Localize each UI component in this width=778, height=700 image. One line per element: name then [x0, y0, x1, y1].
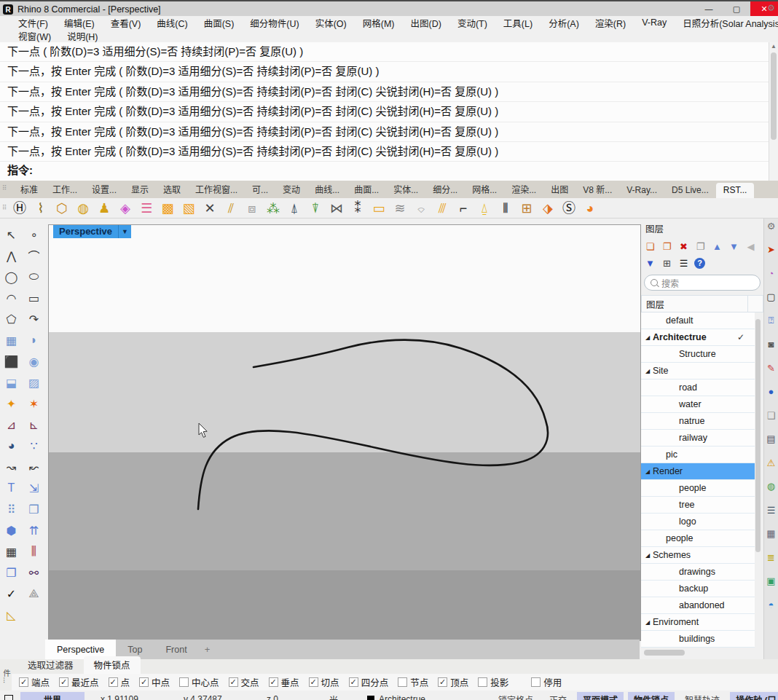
checkbox[interactable]	[109, 677, 118, 687]
menu-item[interactable]: 变动(T)	[449, 16, 495, 30]
checkbox[interactable]	[59, 677, 68, 687]
menu-item[interactable]: 说明(H)	[59, 29, 106, 43]
toolbar-tab[interactable]: 可...	[245, 181, 275, 198]
circle-icon[interactable]: ◯	[3, 270, 20, 284]
duplicate-layer-icon[interactable]: ❐	[694, 240, 707, 252]
menu-item[interactable]: 文件(F)	[10, 16, 56, 30]
curve-intersect-icon[interactable]: ✕	[202, 200, 218, 216]
boolean-icon[interactable]: ✦	[3, 396, 20, 411]
viewport-title-tab[interactable]: Perspective ▼	[53, 225, 131, 238]
viewport-dropdown-icon[interactable]: ▼	[118, 225, 131, 238]
display-monitor-icon[interactable]: ▢	[765, 291, 777, 303]
escalator-icon[interactable]: ⫻	[434, 200, 450, 216]
toolbar-tab[interactable]: 标准	[13, 181, 45, 198]
layer-row[interactable]: people	[641, 530, 755, 547]
layer-row[interactable]: buildings	[641, 631, 755, 648]
add-viewport-icon[interactable]: +	[199, 640, 216, 659]
osnap-toggle[interactable]: 交点	[229, 675, 259, 689]
menu-item[interactable]: 曲线(C)	[149, 16, 195, 30]
filter-tab[interactable]: 物件锁点	[84, 656, 141, 674]
checkbox[interactable]	[19, 677, 28, 687]
layer-row[interactable]: ◢ Enviroment	[641, 614, 755, 631]
status-toggle[interactable]: 操作轴 (口	[730, 692, 778, 700]
viewport-title[interactable]: Perspective	[53, 225, 118, 238]
layer-name[interactable]: Schemes	[653, 550, 691, 560]
layer-name[interactable]: railway	[679, 433, 707, 443]
cplane-icon[interactable]	[4, 695, 13, 700]
status-toggle[interactable]: 锁定格点	[492, 692, 539, 700]
status-toggle[interactable]: 物件锁点	[628, 692, 675, 700]
layer-name[interactable]: backup	[679, 583, 708, 594]
help-icon[interactable]: ?	[694, 258, 705, 269]
scroll-up-icon[interactable]: ▲	[769, 42, 778, 51]
layer-name[interactable]: Architectrue	[653, 332, 707, 342]
scrollbar-thumb[interactable]	[644, 650, 685, 656]
layer-row[interactable]: ◢ Render	[641, 463, 755, 480]
arc-icon[interactable]: ◠	[3, 291, 20, 305]
warning-icon[interactable]: ⚠	[765, 457, 777, 468]
adjust-curve-icon[interactable]: ↝	[3, 460, 20, 474]
curve-icon[interactable]: ⌒	[25, 248, 43, 263]
boolean-union-icon[interactable]: ◕	[3, 439, 20, 453]
picket-fence-icon[interactable]: ⫴	[498, 200, 514, 216]
grid-array-icon[interactable]: ▦	[3, 544, 20, 559]
box-icon[interactable]: ⬛	[3, 354, 20, 369]
box-panel-icon[interactable]: ❑	[765, 409, 777, 421]
control-points-curve-icon[interactable]: ⌇	[33, 200, 49, 216]
sweep-icon[interactable]: ◺	[3, 607, 20, 622]
layer-row[interactable]: pic	[641, 447, 755, 463]
toolbar-tab[interactable]: 渲染...	[504, 181, 543, 198]
vegetation-icon[interactable]: ⁂	[265, 200, 281, 216]
active-layer-name[interactable]: Architectrue	[379, 694, 425, 700]
checkbox[interactable]	[438, 677, 447, 687]
layer-row[interactable]: backup	[641, 581, 755, 597]
tasks-icon[interactable]: ≣	[765, 551, 777, 563]
filter-tab[interactable]: 选取过滤器	[17, 656, 84, 674]
select-pointer-icon[interactable]: ↖	[3, 227, 20, 242]
units-label[interactable]: 米	[329, 693, 338, 700]
minimize-button[interactable]: —	[695, 1, 723, 16]
new-layer-icon[interactable]: ❏	[644, 240, 656, 252]
people-icon[interactable]: ⁑	[350, 200, 366, 216]
layer-row[interactable]: drawings	[641, 564, 755, 581]
linear-array-icon[interactable]: ⫼	[25, 544, 43, 559]
split-icon[interactable]: ⊾	[25, 417, 43, 432]
window-grid-icon[interactable]: ▦	[765, 528, 777, 540]
menu-item[interactable]: V-Ray	[634, 17, 675, 28]
camera-icon[interactable]: ◙	[765, 339, 777, 350]
layer-row[interactable]: default	[641, 312, 755, 329]
scrollbar-thumb[interactable]	[771, 52, 777, 140]
osnap-toggle[interactable]: 垂点	[269, 675, 299, 689]
layer-row[interactable]: ◢ Architectrue ✓	[641, 329, 755, 346]
checkbox[interactable]	[179, 677, 189, 687]
menu-item[interactable]: 实体(O)	[307, 16, 355, 30]
h-display-icon[interactable]: Ⓗ	[12, 200, 28, 216]
menu-icon[interactable]: ☰	[677, 257, 690, 269]
move-icon[interactable]: ⇲	[25, 481, 43, 495]
osnap-toggle[interactable]: 中点	[139, 675, 170, 689]
fillet-curve-icon[interactable]: ↷	[25, 312, 43, 326]
layers-horizontal-scrollbar[interactable]	[644, 650, 753, 656]
ramp-icon[interactable]: ⫽	[223, 200, 239, 216]
status-toggle[interactable]: 平面模式	[577, 692, 624, 700]
ellipse-icon[interactable]: ⬭	[25, 270, 43, 284]
toolbar-tab[interactable]: 设置...	[85, 181, 124, 198]
menu-item[interactable]: 日照分析(Solar Analysis)	[675, 16, 778, 30]
move-up-icon[interactable]: ▲	[711, 240, 723, 252]
text-icon[interactable]: T	[3, 481, 20, 495]
material-sphere-icon[interactable]: ●	[765, 386, 777, 398]
hatch-icon[interactable]: ◍	[75, 200, 91, 216]
layer-name[interactable]: tree	[679, 500, 695, 510]
toolbar-tab[interactable]: 选取	[156, 181, 188, 198]
move-down-icon[interactable]: ▼	[728, 240, 740, 252]
layer-row[interactable]: Structure	[641, 346, 755, 363]
layer-pointer-icon[interactable]: ➤	[765, 244, 777, 256]
osnap-toggle[interactable]: 点	[109, 675, 130, 689]
rhino-render-icon[interactable]: ◕	[582, 200, 598, 216]
gear-icon[interactable]: ⚙	[765, 220, 777, 232]
mesh-net-icon[interactable]: ⋈	[329, 200, 345, 216]
osnap-toggle[interactable]: 顶点	[438, 675, 468, 689]
menu-item[interactable]: 出图(D)	[403, 16, 449, 30]
layer-name[interactable]: logo	[679, 516, 696, 527]
toolbar-tab[interactable]: 显示	[124, 181, 156, 198]
